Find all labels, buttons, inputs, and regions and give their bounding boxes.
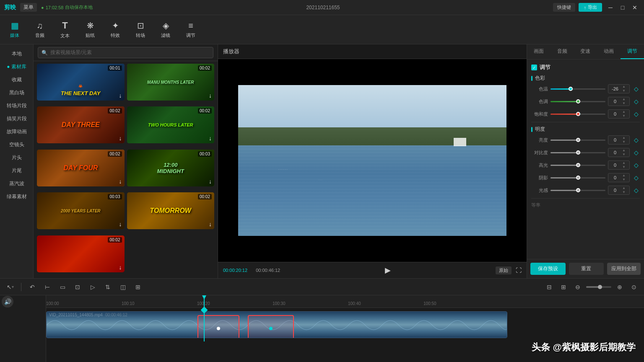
tab-audio[interactable]: 音频 [551, 44, 574, 59]
tl-zoom-out[interactable]: ⊖ [572, 281, 584, 293]
tl-pip-tool[interactable]: ⊡ [72, 281, 83, 293]
slider-track-light[interactable] [551, 190, 605, 191]
sidebar-item-vaporwave[interactable]: 蒸汽波 [2, 178, 31, 190]
search-input-container[interactable]: 🔍 搜索视频场景/元素 [38, 47, 213, 58]
arrow-down-highlight[interactable]: ▼ [622, 165, 626, 169]
tl-play-tool[interactable]: ▷ [87, 281, 99, 293]
slider-track-tint[interactable] [551, 101, 605, 102]
spinbox-input-contrast[interactable] [608, 150, 622, 155]
search-bar[interactable]: 🔍 搜索视频场景/元素 [34, 44, 218, 61]
tool-filter[interactable]: ◈ 滤镜 [153, 17, 178, 42]
download-icon-4[interactable]: ↓ [209, 135, 212, 142]
zoom-slider[interactable] [586, 286, 611, 288]
arrow-down-brightness[interactable]: ▼ [622, 140, 626, 144]
zoom-thumb[interactable] [598, 285, 602, 289]
spinbox-highlight[interactable]: ▲ ▼ [608, 160, 630, 170]
slider-track-highlight[interactable] [551, 165, 605, 166]
download-icon-9[interactable]: ↓ [119, 264, 122, 271]
save-preset-button[interactable]: 保存预设 [530, 263, 566, 275]
tl-undo-tool[interactable]: ↶ [26, 281, 38, 293]
sidebar-item-library[interactable]: ● 素材库 [2, 61, 31, 73]
keyframe-saturation[interactable]: ◇ [632, 110, 640, 118]
slider-thumb-brightness[interactable] [576, 138, 580, 142]
download-icon-3[interactable]: ↓ [119, 135, 122, 142]
tool-adjust[interactable]: ≡ 调节 [178, 17, 203, 42]
slider-thumb-saturation[interactable] [576, 112, 580, 116]
sidebar-item-local[interactable]: 本地 [2, 48, 31, 60]
tool-text[interactable]: T 文本 [52, 17, 78, 42]
play-button[interactable]: ▶ [385, 266, 391, 275]
media-card-2000years[interactable]: 2000 YEARS LATER 00:03 ↓ [37, 192, 125, 229]
keyframe-highlight[interactable]: ◇ [632, 161, 640, 169]
arrow-up-brightness[interactable]: ▲ [622, 136, 626, 140]
spinbox-input-saturation[interactable] [608, 111, 622, 116]
spinbox-input-light[interactable] [608, 188, 622, 193]
arrow-up-highlight[interactable]: ▲ [622, 161, 626, 165]
media-card-midnight[interactable]: 12:00MIDNIGHT 00:03 ↓ [127, 150, 215, 186]
slider-track-shadow[interactable] [551, 177, 605, 178]
main-clip[interactable]: VID_20211015_144805.mp4 00:00:46:12 [46, 311, 507, 338]
keyframe-contrast[interactable]: ◇ [632, 149, 640, 156]
arrow-down-contrast[interactable]: ▼ [622, 153, 626, 157]
minimize-button[interactable]: ─ [605, 3, 615, 13]
keyframe-tint[interactable]: ◇ [632, 98, 640, 105]
slider-thumb-temperature[interactable] [569, 87, 573, 91]
download-icon-7[interactable]: ↓ [119, 221, 122, 228]
download-icon-1[interactable]: ↓ [119, 92, 122, 99]
arrow-down-saturation[interactable]: ▼ [622, 114, 626, 118]
spinbox-shadow[interactable]: ▲ ▼ [608, 173, 630, 182]
spinbox-brightness[interactable]: ▲ ▼ [608, 135, 630, 145]
tl-flip-tool[interactable]: ⇅ [102, 281, 114, 293]
menu-button[interactable]: 菜单 [20, 3, 37, 12]
slider-track-contrast[interactable] [551, 152, 605, 153]
spinbox-input-highlight[interactable] [608, 163, 622, 168]
download-icon-2[interactable]: ↓ [209, 92, 212, 99]
keyframe-shadow[interactable]: ◇ [632, 174, 640, 181]
spinbox-tint[interactable]: ▲ ▼ [608, 97, 630, 106]
sidebar-item-greenscreen[interactable]: 绿幕素材 [2, 191, 31, 203]
sidebar-item-favorites[interactable]: 收藏 [2, 74, 31, 86]
tab-speed[interactable]: 变速 [574, 44, 597, 59]
close-button[interactable]: ✕ [630, 3, 640, 13]
arrow-down-shadow[interactable]: ▼ [622, 178, 626, 182]
arrow-up-light[interactable]: ▲ [622, 186, 626, 190]
media-card-next-day[interactable]: THE NEXT DAY 🦀 00:01 ↓ [37, 64, 125, 101]
spinbox-input-shadow[interactable] [608, 175, 622, 180]
apply-all-button[interactable]: 应用到全部 [607, 263, 641, 275]
tl-crop2-tool[interactable]: ⊞ [132, 281, 144, 293]
spinbox-contrast[interactable]: ▲ ▼ [608, 148, 630, 157]
tab-adjust[interactable]: 调节 [621, 44, 644, 59]
sidebar-item-glitch[interactable]: 故障动画 [2, 126, 31, 138]
tl-zoom-in[interactable]: ⊕ [614, 281, 626, 293]
slider-thumb-highlight[interactable] [576, 163, 580, 167]
tool-effect[interactable]: ✦ 特效 [103, 17, 128, 42]
playhead[interactable] [204, 308, 205, 341]
slider-track-saturation[interactable] [551, 114, 605, 115]
download-icon-6[interactable]: ↓ [209, 178, 212, 185]
slider-track-temperature[interactable] [551, 88, 605, 90]
sidebar-item-transition[interactable]: 转场片段 [2, 100, 31, 112]
slider-thumb-light[interactable] [576, 188, 580, 192]
tab-picture[interactable]: 画面 [527, 44, 551, 59]
spinbox-saturation[interactable]: ▲ ▼ [608, 109, 630, 119]
sidebar-item-empty[interactable]: 空镜头 [2, 139, 31, 151]
media-card-tomorrow[interactable]: TOMORROW 00:02 ↓ [127, 192, 215, 229]
sidebar-item-funny[interactable]: 搞笑片段 [2, 113, 31, 125]
arrow-down-temperature[interactable]: ▼ [622, 89, 626, 93]
keyframe-temperature[interactable]: ◇ [632, 85, 640, 93]
arrow-up-tint[interactable]: ▲ [622, 97, 626, 101]
media-card-day-four[interactable]: DAY FOUR 00:02 ↓ [37, 150, 125, 186]
media-card-day-three[interactable]: DAY THREE 00:02 ↓ [37, 106, 125, 143]
arrow-up-contrast[interactable]: ▲ [622, 148, 626, 153]
arrow-up-temperature[interactable]: ▲ [622, 85, 626, 89]
tl-track-view[interactable]: ⊟ [543, 281, 555, 293]
sidebar-item-outro[interactable]: 片尾 [2, 165, 31, 177]
sidebar-item-bw[interactable]: 黑白场 [2, 87, 31, 99]
tl-track-view2[interactable]: ⊞ [558, 281, 569, 293]
tab-animation[interactable]: 动画 [597, 44, 621, 59]
cursor-dropdown[interactable]: ▾ [12, 284, 14, 289]
media-card-manu[interactable]: MANU MONTHS LATER 00:02 ↓ [127, 64, 215, 101]
tl-crop-tool[interactable]: ▭ [57, 281, 68, 293]
arrow-up-saturation[interactable]: ▲ [622, 110, 626, 114]
slider-thumb-tint[interactable] [576, 99, 580, 103]
